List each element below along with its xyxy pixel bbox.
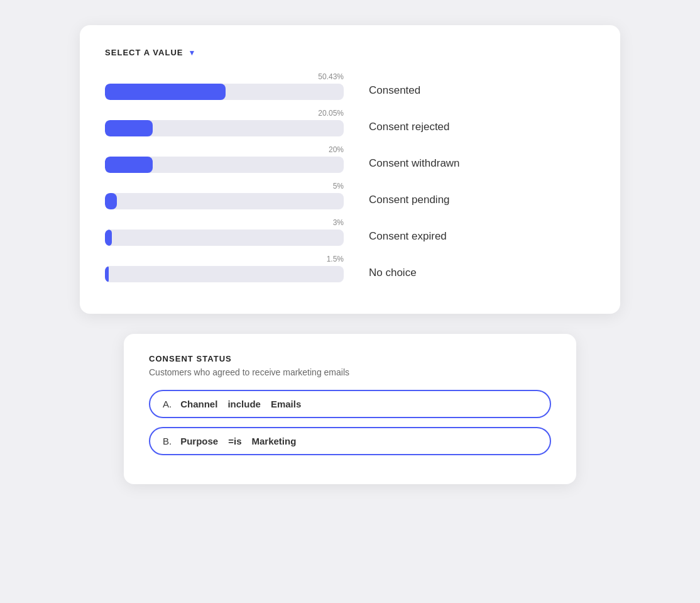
bar-fill	[105, 193, 117, 209]
bar-fill	[105, 157, 153, 173]
legend-label: Consent pending	[369, 187, 595, 213]
consent-status-title: CONSENT STATUS	[149, 354, 551, 363]
bar-percent: 5%	[105, 182, 344, 191]
filter-a-row[interactable]: A. Channel include Emails	[149, 390, 551, 418]
chart-card: SELECT A VALUE ▼ 50.43%20.05%20%5%3%1.5%…	[80, 25, 620, 314]
bar-fill	[105, 230, 112, 246]
legend-label: Consented	[369, 78, 595, 103]
bar-track	[105, 230, 344, 246]
chevron-down-icon: ▼	[189, 48, 196, 57]
bar-track	[105, 193, 344, 209]
chart-area: 50.43%20.05%20%5%3%1.5% ConsentedConsent…	[105, 72, 595, 291]
bar-track	[105, 84, 344, 100]
consent-status-subtitle: Customers who agreed to receive marketin…	[149, 367, 551, 377]
bar-track	[105, 157, 344, 173]
bar-row: 50.43%	[105, 72, 344, 100]
bar-percent: 1.5%	[105, 255, 344, 263]
legend-label: Consent withdrawn	[369, 151, 595, 176]
legend-label: Consent rejected	[369, 114, 595, 140]
bar-percent: 3%	[105, 218, 344, 227]
bar-row: 3%	[105, 218, 344, 246]
consent-status-card: CONSENT STATUS Customers who agreed to r…	[124, 334, 576, 484]
filter-b-op: =is	[228, 436, 241, 446]
bar-row: 5%	[105, 182, 344, 209]
bar-row: 20.05%	[105, 109, 344, 136]
filter-b-value: Marketing	[251, 436, 296, 446]
bar-percent: 20%	[105, 145, 344, 154]
filter-b-row[interactable]: B. Purpose =is Marketing	[149, 427, 551, 455]
filter-a-key: Channel	[180, 399, 217, 409]
select-header[interactable]: SELECT A VALUE ▼	[105, 48, 595, 57]
bar-row: 20%	[105, 145, 344, 173]
legend-label: Consent expired	[369, 224, 595, 249]
bar-track	[105, 266, 344, 282]
filter-b-letter: B.	[163, 436, 172, 446]
bar-fill	[105, 120, 153, 136]
bar-percent: 50.43%	[105, 72, 344, 81]
bar-percent: 20.05%	[105, 109, 344, 118]
bar-fill	[105, 266, 109, 282]
legend-label: No choice	[369, 260, 595, 285]
bar-fill	[105, 84, 226, 100]
filter-a-value: Emails	[271, 399, 301, 409]
filter-a-op: include	[227, 399, 261, 409]
bars-section: 50.43%20.05%20%5%3%1.5%	[105, 72, 344, 291]
select-label: SELECT A VALUE	[105, 48, 183, 57]
bar-row: 1.5%	[105, 255, 344, 282]
bar-track	[105, 120, 344, 136]
labels-section: ConsentedConsent rejectedConsent withdra…	[369, 72, 595, 291]
filter-a-letter: A.	[163, 399, 172, 409]
filter-b-key: Purpose	[180, 436, 218, 446]
